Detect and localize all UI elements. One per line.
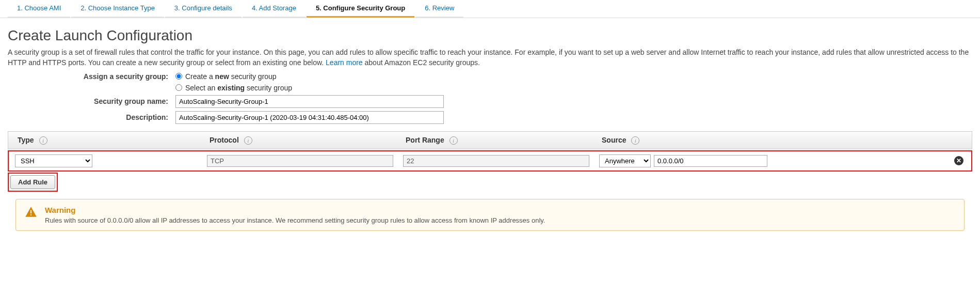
info-icon[interactable]: i bbox=[39, 136, 47, 145]
warning-icon bbox=[24, 206, 38, 224]
radio-create-new-label: Create a new security group bbox=[185, 72, 277, 81]
description-label: Description: bbox=[8, 113, 175, 121]
column-type: Type bbox=[18, 136, 34, 144]
rule-type-select[interactable]: SSH bbox=[15, 154, 92, 167]
highlighted-rule-row: SSH Anywhere bbox=[8, 150, 972, 172]
rules-table: Type i Protocol i Port Range i Source i bbox=[8, 131, 972, 192]
assign-security-group-label: Assign a security group: bbox=[8, 72, 175, 81]
tab-configure-security-group[interactable]: 5. Configure Security Group bbox=[307, 0, 414, 18]
tab-add-storage[interactable]: 4. Add Storage bbox=[243, 0, 306, 18]
radio-select-existing[interactable] bbox=[175, 84, 182, 91]
table-row: SSH Anywhere bbox=[10, 152, 970, 169]
page-title: Create Launch Configuration bbox=[8, 27, 972, 44]
column-source: Source bbox=[602, 136, 626, 144]
radio-create-new[interactable] bbox=[175, 73, 182, 80]
rules-table-header: Type i Protocol i Port Range i Source i bbox=[8, 131, 972, 149]
column-protocol: Protocol bbox=[210, 136, 239, 144]
info-icon[interactable]: i bbox=[449, 136, 458, 145]
description-text-post: about Amazon EC2 security groups. bbox=[365, 58, 480, 67]
wizard-tabs: 1. Choose AMI 2. Choose Instance Type 3.… bbox=[0, 0, 980, 18]
delete-rule-icon[interactable]: ✕ bbox=[954, 156, 963, 165]
security-group-name-label: Security group name: bbox=[8, 97, 175, 105]
assign-security-group-row: Assign a security group: Create a new se… bbox=[8, 72, 972, 81]
description-input[interactable] bbox=[175, 111, 444, 124]
rule-source-mode-select[interactable]: Anywhere bbox=[599, 154, 651, 167]
learn-more-link[interactable]: Learn more bbox=[326, 58, 363, 67]
rule-port-range-input bbox=[403, 155, 589, 167]
tab-choose-ami[interactable]: 1. Choose AMI bbox=[8, 0, 70, 18]
warning-text: Rules with source of 0.0.0.0/0 allow all… bbox=[45, 216, 545, 224]
warning-title: Warning bbox=[45, 206, 545, 214]
rule-protocol-input bbox=[207, 155, 393, 167]
tab-configure-details[interactable]: 3. Configure details bbox=[165, 0, 242, 18]
tab-review[interactable]: 6. Review bbox=[415, 0, 463, 18]
warning-box: Warning Rules with source of 0.0.0.0/0 a… bbox=[15, 199, 965, 231]
svg-rect-1 bbox=[30, 214, 31, 215]
column-port-range: Port Range bbox=[406, 136, 444, 144]
add-rule-highlight: Add Rule bbox=[8, 173, 58, 192]
page-description: A security group is a set of firewall ru… bbox=[8, 47, 972, 68]
info-icon[interactable]: i bbox=[631, 136, 639, 145]
add-rule-button[interactable]: Add Rule bbox=[10, 175, 55, 189]
security-group-name-input[interactable] bbox=[175, 95, 444, 108]
tab-choose-instance-type[interactable]: 2. Choose Instance Type bbox=[71, 0, 164, 18]
security-group-name-row: Security group name: bbox=[8, 95, 972, 108]
rule-source-cidr-input[interactable] bbox=[654, 155, 767, 167]
description-text: A security group is a set of firewall ru… bbox=[8, 48, 969, 67]
description-row: Description: bbox=[8, 111, 972, 124]
info-icon[interactable]: i bbox=[244, 136, 252, 145]
select-existing-row: Select an existing security group bbox=[8, 84, 972, 92]
svg-rect-0 bbox=[30, 210, 31, 213]
radio-select-existing-label: Select an existing security group bbox=[185, 84, 292, 92]
